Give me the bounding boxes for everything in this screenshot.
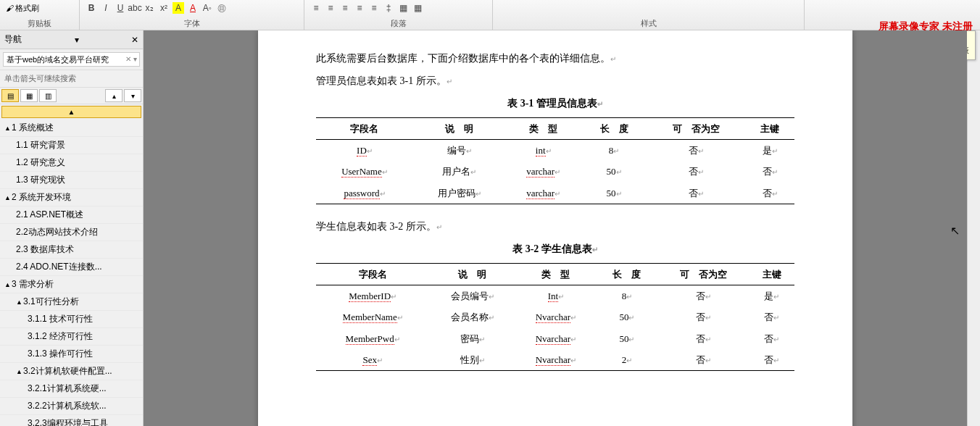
- table-cell: 否: [689, 145, 698, 156]
- document-area[interactable]: 此系统需要后台数据库，下面介绍数据库中的各个表的详细信息。↵ 管理员信息表如表 …: [144, 30, 967, 426]
- nav-item-label: 3.1.1 技术可行性: [28, 314, 93, 324]
- nav-item[interactable]: 3.2.2计算机系统软...: [0, 398, 143, 415]
- table-cell: 是: [764, 291, 773, 301]
- table-cell: 用户名: [442, 166, 470, 177]
- table-header: 主键: [746, 117, 794, 139]
- nav-item[interactable]: 2.4 ADO.NET连接数...: [0, 259, 143, 276]
- font-color-icon[interactable]: A: [187, 2, 199, 14]
- nav-view-headings[interactable]: ▤: [1, 89, 19, 102]
- table-cell: 性别: [460, 354, 479, 365]
- chevron-icon[interactable]: ▲: [4, 194, 12, 201]
- nav-item[interactable]: ▲3.2计算机软硬件配置...: [0, 363, 143, 380]
- nav-item-label: 3 需求分析: [12, 279, 54, 289]
- subscript-icon[interactable]: x₂: [144, 2, 155, 14]
- borders-icon[interactable]: ▦: [412, 2, 423, 14]
- underline-icon[interactable]: U: [115, 2, 126, 14]
- chevron-icon[interactable]: ▲: [4, 281, 12, 288]
- nav-item-label: 3.1.3 操作可行性: [28, 348, 93, 359]
- nav-item-label: 3.2.1计算机系统硬...: [28, 383, 107, 393]
- ribbon-toolbar: 🖌 格式刷 剪贴板 B I U abc x₂ x² A A A◦ ㊐ 字体 ≡ …: [0, 0, 980, 30]
- nav-item-label: 3.2.3编程环境与工具: [28, 418, 108, 426]
- nav-tree: ▲1 系统概述1.1 研究背景1.2 研究意义1.3 研究现状▲2 系统开发环境…: [0, 120, 143, 426]
- table-cell: UserName: [341, 166, 382, 178]
- chevron-icon[interactable]: ▲: [16, 368, 23, 375]
- line-spacing-icon[interactable]: ‡: [383, 2, 394, 14]
- table-header: 类 型: [505, 117, 581, 139]
- nav-item-label: 2.2动态网站技术介绍: [16, 227, 98, 237]
- nav-view-pages[interactable]: ▦: [20, 89, 38, 102]
- nav-next-icon[interactable]: ▾: [124, 89, 141, 102]
- nav-view-results[interactable]: ▥: [39, 89, 57, 102]
- table-cell: 用户密码: [438, 188, 476, 199]
- nav-search-hint: 单击箭头可继续搜索: [0, 70, 143, 88]
- align-center-icon[interactable]: ≡: [325, 2, 336, 14]
- align-distribute-icon[interactable]: ≡: [368, 2, 380, 14]
- student-table: 字段名说 明类 型长 度可 否为空主键 MemberID↵会员编号↵Int↵8↵…: [316, 263, 794, 372]
- nav-collapse-all[interactable]: ▲: [1, 106, 141, 118]
- font-group-label: 字体: [86, 18, 298, 30]
- table-cell: 否: [764, 333, 773, 344]
- clear-search-icon[interactable]: ✕ ▾: [125, 55, 137, 63]
- nav-item[interactable]: ▲1 系统概述: [0, 120, 143, 137]
- table-cell: 否: [763, 166, 772, 177]
- superscript-icon[interactable]: x²: [158, 2, 170, 14]
- nav-item[interactable]: 1.2 研究意义: [0, 154, 143, 172]
- styles-group-label: 样式: [499, 18, 798, 30]
- table-cell: Nvarchar: [536, 333, 570, 345]
- table-header: 说 明: [429, 263, 515, 285]
- char-scale-icon[interactable]: A◦: [202, 2, 213, 14]
- table-cell: 否: [696, 354, 705, 365]
- table-cell: Nvarchar: [536, 354, 570, 366]
- nav-item-label: 1.2 研究意义: [16, 157, 65, 167]
- nav-item-label: 2.1 ASP.NET概述: [16, 209, 83, 220]
- table-header: 类 型: [515, 263, 597, 285]
- shading-icon[interactable]: ▦: [397, 2, 409, 14]
- chevron-icon[interactable]: ▲: [16, 298, 23, 306]
- doc-table1-title: 表 3-1 管理员信息表↵: [316, 94, 794, 112]
- chevron-icon[interactable]: ▲: [4, 125, 12, 132]
- nav-item[interactable]: ▲2 系统开发环境: [0, 189, 143, 206]
- format-painter-button[interactable]: 🖌 格式刷: [6, 3, 39, 14]
- nav-item-label: 2.4 ADO.NET连接数...: [16, 262, 102, 272]
- nav-item[interactable]: 1.1 研究背景: [0, 137, 143, 154]
- document-page: 此系统需要后台数据库，下面介绍数据库中的各个表的详细信息。↵ 管理员信息表如表 …: [258, 30, 852, 426]
- nav-prev-icon[interactable]: ▴: [105, 89, 122, 102]
- close-icon[interactable]: ✕: [131, 35, 138, 45]
- nav-item[interactable]: 2.1 ASP.NET概述: [0, 206, 143, 224]
- italic-icon[interactable]: I: [100, 2, 112, 14]
- navigation-panel: 导航 ▾ ✕ ✕ ▾ 单击箭头可继续搜索 ▤ ▦ ▥ ▴ ▾ ▲ ▲1 系统概述…: [0, 30, 144, 426]
- align-justify-icon[interactable]: ≡: [354, 2, 365, 14]
- nav-item-label: 1.3 研究现状: [16, 175, 65, 185]
- nav-item[interactable]: 1.3 研究现状: [0, 172, 143, 189]
- align-left-icon[interactable]: ≡: [310, 2, 322, 14]
- nav-item-label: 3.2计算机软硬件配置...: [23, 366, 112, 376]
- table-cell: 否: [689, 166, 698, 177]
- table-row: Sex↵性别↵Nvarchar↵2↵否↵否↵: [316, 349, 794, 371]
- enclose-char-icon[interactable]: ㊐: [216, 2, 228, 14]
- table-cell: password: [344, 188, 379, 199]
- bold-icon[interactable]: B: [86, 2, 97, 14]
- nav-item[interactable]: 3.1.1 技术可行性: [0, 311, 143, 328]
- nav-dropdown-icon[interactable]: ▾: [75, 35, 79, 45]
- nav-search-input[interactable]: [3, 52, 140, 67]
- nav-item-label: 3.2.2计算机系统软...: [28, 401, 107, 411]
- nav-item[interactable]: 2.2动态网站技术介绍: [0, 224, 143, 241]
- main-layout: 导航 ▾ ✕ ✕ ▾ 单击箭头可继续搜索 ▤ ▦ ▥ ▴ ▾ ▲ ▲1 系统概述…: [0, 30, 980, 426]
- doc-table2-title: 表 3-2 学生信息表↵: [316, 240, 794, 258]
- nav-item[interactable]: 3.1.2 经济可行性: [0, 328, 143, 346]
- nav-item[interactable]: 3.1.3 操作可行性: [0, 346, 143, 363]
- table-cell: varchar: [526, 188, 555, 199]
- table-cell: 否: [696, 333, 705, 344]
- nav-item[interactable]: 3.2.1计算机系统硬...: [0, 380, 143, 398]
- table-cell: ID: [357, 145, 367, 156]
- nav-item[interactable]: 2.3 数据库技术: [0, 241, 143, 259]
- align-right-icon[interactable]: ≡: [339, 2, 351, 14]
- nav-item[interactable]: ▲3.1可行性分析: [0, 293, 143, 311]
- table-cell: 是: [763, 145, 772, 156]
- vertical-scrollbar[interactable]: [967, 30, 980, 426]
- nav-item[interactable]: 3.2.3编程环境与工具: [0, 415, 143, 426]
- nav-item-label: 3.1.2 经济可行性: [28, 331, 93, 341]
- highlight-icon[interactable]: A: [173, 2, 184, 14]
- nav-item[interactable]: ▲3 需求分析: [0, 276, 143, 293]
- strike-icon[interactable]: abc: [129, 2, 141, 14]
